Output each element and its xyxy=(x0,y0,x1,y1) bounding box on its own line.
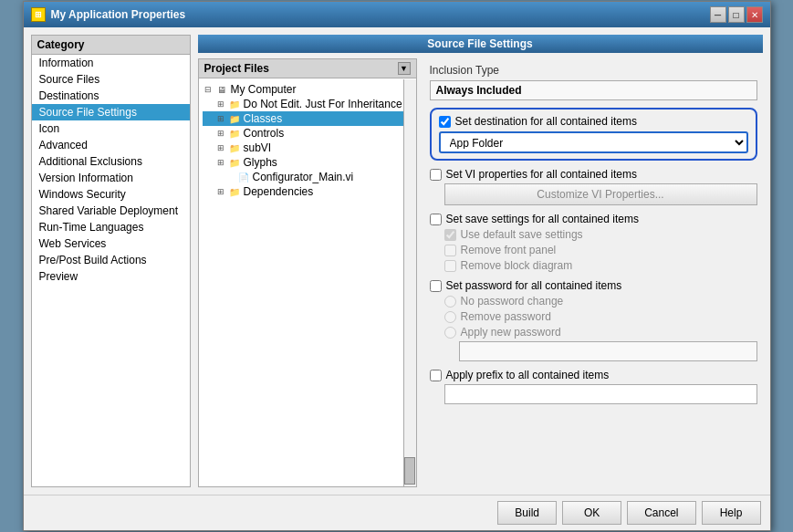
tree-label-configurator: Configurator_Main.vi xyxy=(253,171,354,183)
destination-group: Set destination for all contained items … xyxy=(430,108,757,161)
inclusion-type-label: Inclusion Type xyxy=(430,64,757,77)
destination-checkbox[interactable] xyxy=(439,116,451,128)
customize-vi-button[interactable]: Customize VI Properties... xyxy=(444,183,757,205)
sidebar-item-version-information[interactable]: Version Information xyxy=(32,170,190,186)
sidebar-item-icon[interactable]: Icon xyxy=(32,120,190,137)
file-tree-container: Project Files ▼ ⊟ 🖥 My Computer xyxy=(198,58,417,487)
sidebar-item-web-services[interactable]: Web Services xyxy=(32,235,190,252)
folder-icon: 📁 xyxy=(228,98,241,110)
tree-item-subvi[interactable]: ⊞ 📁 subVI xyxy=(203,141,412,155)
destination-select[interactable]: App Folder Support Files Instruments xyxy=(439,131,748,153)
default-save-checkbox xyxy=(444,229,456,241)
destination-dropdown-row: App Folder Support Files Instruments xyxy=(439,131,748,153)
close-button[interactable]: ✕ xyxy=(746,6,763,23)
sidebar-item-windows-security[interactable]: Windows Security xyxy=(32,186,190,203)
sidebar-item-source-files[interactable]: Source Files xyxy=(32,71,190,88)
build-button[interactable]: Build xyxy=(497,501,557,525)
sidebar-item-preview[interactable]: Preview xyxy=(32,268,190,285)
main-content: Category Information Source Files Destin… xyxy=(24,27,770,530)
tree-item-do-not-edit[interactable]: ⊞ 📁 Do Not Edit. Just For Inheritance xyxy=(203,97,412,111)
vi-properties-checkbox-row: Set VI properties for all contained item… xyxy=(430,168,757,181)
sidebar-item-source-file-settings[interactable]: Source File Settings xyxy=(32,104,190,120)
save-settings-label: Set save settings for all contained item… xyxy=(446,213,639,225)
password-checkbox[interactable] xyxy=(430,280,442,292)
save-settings-group: Set save settings for all contained item… xyxy=(430,213,757,272)
save-settings-checkbox-row: Set save settings for all contained item… xyxy=(430,213,757,225)
spacer xyxy=(224,172,235,183)
panel-title: Source File Settings xyxy=(198,35,763,53)
inclusion-type-group: Inclusion Type xyxy=(430,64,757,100)
ok-button[interactable]: OK xyxy=(562,501,621,525)
maximize-button[interactable]: □ xyxy=(728,6,745,23)
tree-label-controls: Controls xyxy=(244,127,285,140)
tree-item-glyphs[interactable]: ⊞ 📁 Glyphs xyxy=(203,155,412,170)
remove-block-diagram-option: Remove block diagram xyxy=(430,259,757,272)
remove-front-panel-checkbox xyxy=(444,245,456,256)
remove-password-radio xyxy=(444,311,456,323)
right-panel: Source File Settings Project Files ▼ ⊟ xyxy=(198,35,763,487)
destination-checkbox-label: Set destination for all contained items xyxy=(455,115,637,128)
prefix-label: Apply prefix to all contained items xyxy=(446,369,610,381)
sidebar-item-destinations[interactable]: Destinations xyxy=(32,88,190,104)
file-tree-expand-btn[interactable]: ▼ xyxy=(398,62,411,75)
window-icon: ⊞ xyxy=(31,7,46,22)
bottom-bar: Build OK Cancel Help xyxy=(24,495,770,530)
apply-new-password-radio xyxy=(444,327,456,339)
password-input[interactable] xyxy=(459,341,757,361)
password-input-row xyxy=(430,341,757,361)
sidebar-header: Category xyxy=(32,36,190,55)
folder-icon: 📁 xyxy=(228,141,241,154)
inclusion-type-input[interactable] xyxy=(430,80,757,100)
sidebar-item-shared-variable-deployment[interactable]: Shared Variable Deployment xyxy=(32,203,190,219)
password-group: Set password for all contained items No … xyxy=(430,279,757,361)
tree-item-my-computer[interactable]: ⊟ 🖥 My Computer xyxy=(203,82,412,97)
folder-icon: 📁 xyxy=(228,185,241,198)
expand-icon: ⊞ xyxy=(215,113,226,124)
prefix-checkbox[interactable] xyxy=(430,370,442,381)
tree-scrollbar[interactable] xyxy=(403,79,416,486)
tree-label-dependencies: Dependencies xyxy=(244,185,314,198)
tree-item-dependencies[interactable]: ⊞ 📁 Dependencies xyxy=(203,184,412,199)
title-bar-left: ⊞ My Application Properties xyxy=(31,7,186,22)
no-password-label: No password change xyxy=(461,295,564,308)
sidebar: Category Information Source Files Destin… xyxy=(31,35,191,487)
sidebar-item-advanced[interactable]: Advanced xyxy=(32,137,190,153)
vi-file-icon: 📄 xyxy=(237,171,250,183)
sidebar-item-run-time-languages[interactable]: Run-Time Languages xyxy=(32,219,190,235)
remove-password-option: Remove password xyxy=(430,310,757,323)
vi-properties-group: Set VI properties for all contained item… xyxy=(430,168,757,205)
folder-icon: 📁 xyxy=(228,156,241,169)
scrollbar-thumb[interactable] xyxy=(404,457,415,485)
remove-block-diagram-label: Remove block diagram xyxy=(461,259,573,272)
main-window: ⊞ My Application Properties ─ □ ✕ Catego… xyxy=(23,1,771,531)
file-tree-title: Project Files xyxy=(204,62,269,75)
tree-item-classes[interactable]: ⊞ 📁 Classes xyxy=(203,111,412,126)
minimize-button[interactable]: ─ xyxy=(710,6,726,23)
remove-block-diagram-checkbox xyxy=(444,260,456,272)
tree-label-subvi: subVI xyxy=(244,141,272,154)
default-save-option: Use default save settings xyxy=(430,228,757,241)
expand-icon: ⊞ xyxy=(215,99,226,110)
tree-label-classes: Classes xyxy=(244,112,283,125)
no-password-radio xyxy=(444,296,456,308)
sidebar-item-information[interactable]: Information xyxy=(32,55,190,71)
panel-body: Project Files ▼ ⊟ 🖥 My Computer xyxy=(198,58,763,487)
apply-new-password-label: Apply new password xyxy=(461,326,561,339)
password-label: Set password for all contained items xyxy=(446,279,622,292)
tree-item-controls[interactable]: ⊞ 📁 Controls xyxy=(203,126,412,141)
sidebar-item-additional-exclusions[interactable]: Additional Exclusions xyxy=(32,153,190,170)
file-tree-header: Project Files ▼ xyxy=(199,59,416,78)
prefix-input[interactable] xyxy=(444,384,757,404)
cancel-button[interactable]: Cancel xyxy=(627,501,695,525)
vi-properties-checkbox[interactable] xyxy=(430,169,442,181)
save-settings-checkbox[interactable] xyxy=(430,214,442,225)
remove-password-label: Remove password xyxy=(461,310,551,323)
no-password-option: No password change xyxy=(430,295,757,308)
tree-label-my-computer: My Computer xyxy=(231,83,297,96)
help-button[interactable]: Help xyxy=(702,501,761,525)
default-save-label: Use default save settings xyxy=(461,228,583,241)
sidebar-item-pre-post-build-actions[interactable]: Pre/Post Build Actions xyxy=(32,252,190,268)
tree-item-configurator-main[interactable]: 📄 Configurator_Main.vi xyxy=(203,170,412,184)
title-bar: ⊞ My Application Properties ─ □ ✕ xyxy=(24,2,770,27)
vi-properties-label: Set VI properties for all contained item… xyxy=(446,168,637,181)
